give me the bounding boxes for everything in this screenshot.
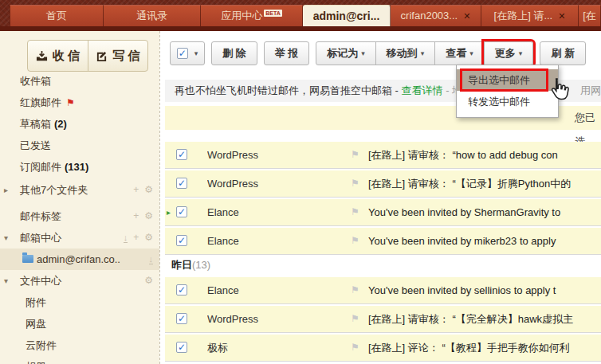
download-icon[interactable]: ↓ — [149, 255, 154, 264]
chevron-down-icon[interactable]: ▾ — [4, 270, 8, 292]
chevron-right-icon[interactable]: ▸ — [4, 179, 8, 201]
mail-subject[interactable]: You've been invited by sellinios to appl… — [368, 277, 601, 303]
sidebar-item-mail-tags[interactable]: 邮件标签 +⚙ — [0, 205, 159, 227]
select-all-button[interactable]: ✓ ▾ — [170, 41, 205, 65]
chevron-down-icon[interactable]: ▾ — [4, 227, 8, 249]
mail-row[interactable]: ✓ WordPress ⚑ [在路上] 请审核： “【记录】折腾Python中的 — [165, 170, 601, 198]
sidebar-section-mail-center[interactable]: ▾ 邮箱中心 ↓+⚙ — [0, 227, 159, 249]
compose-icon — [96, 50, 108, 62]
beta-badge: BETA — [264, 10, 282, 17]
export-selected-mail-item[interactable]: 导出选中邮件 — [457, 69, 558, 91]
move-to-button[interactable]: 移动到▾ — [375, 41, 436, 65]
report-button[interactable]: 举 报 — [264, 41, 310, 65]
row-checkbox[interactable]: ✓ — [176, 342, 187, 353]
add-account-icon[interactable]: + — [133, 227, 139, 249]
refresh-button[interactable]: 刷 新 — [540, 41, 586, 65]
mail-subject[interactable]: [在路上] 请审核： “how to add debug con — [368, 142, 601, 168]
more-button[interactable]: 更多▾ — [484, 41, 534, 65]
sidebar-item-attachments[interactable]: 附件 — [0, 292, 159, 313]
download-icon[interactable]: ↓ — [124, 233, 128, 243]
mail-row[interactable]: ✓ WordPress ⚑ [在路上] 请审核： “how to add deb… — [165, 142, 601, 169]
gear-icon[interactable]: ⚙ — [144, 205, 153, 227]
row-checkbox[interactable]: ✓ — [176, 149, 187, 160]
move-to-label: 移动到 — [387, 46, 418, 61]
mail-subject[interactable]: [在路上] 评论： “【教程】手把手教你如何利 — [368, 335, 601, 361]
view-details-link[interactable]: 查看详情 — [402, 84, 443, 96]
tab-mail-zailushang[interactable]: [在路上] 请...✕ — [481, 5, 579, 26]
sidebar-item-flagged[interactable]: 红旗邮件⚑ — [0, 92, 159, 113]
tab-admin-mailbox[interactable]: admin@cri... — [303, 5, 391, 26]
tab-home[interactable]: 首页 — [10, 5, 104, 26]
mark-as-button[interactable]: 标记为▾ — [316, 41, 376, 65]
view-button[interactable]: 查看▾ — [434, 41, 485, 65]
sidebar-item-album[interactable]: 相册 — [0, 356, 159, 364]
check-icon: ✓ — [178, 285, 186, 295]
mail-list-pane: ✓ ▾ 删 除 举 报 标记为▾ 移动到▾ 查看▾ 更多▾ 刷 新 再也不怕坐飞… — [160, 31, 601, 364]
sidebar-item-inbox[interactable]: 收件箱 — [0, 70, 159, 92]
flag-icon[interactable]: ⚑ — [351, 228, 359, 254]
mail-subject[interactable]: [在路上] 请审核： “【完全解决】hawk虚拟主 — [368, 306, 601, 332]
sidebar-item-sent[interactable]: 已发送 — [0, 135, 159, 156]
mail-row[interactable]: ▸ ✓ Elance ⚑ You've been invited by Sher… — [165, 199, 601, 226]
flag-icon[interactable]: ⚑ — [351, 170, 359, 197]
tab-crifan2003-label: crifan2003... — [401, 10, 458, 22]
close-icon[interactable]: ✕ — [558, 11, 565, 21]
mail-subject[interactable]: You've been invited by mikerb23 to apply — [368, 228, 601, 254]
mail-toolbar: ✓ ▾ 删 除 举 报 标记为▾ 移动到▾ 查看▾ 更多▾ 刷 新 — [170, 41, 586, 65]
sidebar-item-cloud-attachments[interactable]: 云附件 — [0, 335, 159, 356]
tab-contacts[interactable]: 通讯录 — [104, 5, 201, 26]
tab-contacts-label: 通讯录 — [136, 10, 167, 22]
add-folder-icon[interactable]: + — [133, 179, 139, 201]
row-checkbox[interactable]: ✓ — [176, 178, 187, 189]
mail-row[interactable]: ✓ Elance ⚑ You've been invited by sellin… — [165, 277, 601, 304]
receive-mail-button[interactable]: 收 信 — [28, 41, 88, 71]
sidebar-item-subscriptions[interactable]: 订阅邮件(131) — [0, 156, 159, 178]
folder-label: 其他7个文件夹 — [20, 184, 88, 196]
mail-row[interactable]: ✓ 极标 ⚑ [在路上] 评论： “【教程】手把手教你如何利 — [165, 335, 601, 362]
receive-mail-label: 收 信 — [53, 49, 80, 64]
tab-partial[interactable]: [在 — [579, 5, 601, 26]
folder-label: 已发送 — [20, 139, 51, 151]
tab-app-center[interactable]: 应用中心BETA — [201, 5, 303, 26]
mail-row[interactable]: ✓ WordPress ⚑ [在路上] 请审核： “【完全解决】hawk虚拟主 — [165, 306, 601, 333]
flag-icon[interactable]: ⚑ — [351, 335, 359, 361]
row-checkbox[interactable]: ✓ — [176, 235, 187, 246]
flag-icon[interactable]: ⚑ — [351, 199, 359, 225]
add-tag-icon[interactable]: + — [133, 205, 139, 227]
mail-sender: Elance — [207, 228, 344, 254]
check-icon: ✓ — [178, 236, 186, 245]
view-label: 查看 — [446, 46, 466, 61]
sidebar-item-netdisk[interactable]: 网盘 — [0, 313, 159, 335]
gear-icon[interactable]: ⚙ — [144, 227, 153, 249]
flag-icon[interactable]: ⚑ — [351, 306, 359, 332]
section-label: 文件中心 — [20, 275, 61, 287]
flag-icon[interactable]: ⚑ — [351, 142, 359, 168]
sidebar-item-drafts[interactable]: 草稿箱(2) — [0, 113, 159, 135]
gear-icon[interactable]: ⚙ — [144, 270, 153, 292]
export-selected-mail-label: 导出选中邮件 — [468, 74, 530, 86]
close-icon[interactable]: ✕ — [463, 11, 470, 21]
delete-button[interactable]: 删 除 — [211, 41, 257, 65]
row-checkbox[interactable]: ✓ — [176, 313, 187, 324]
tab-partial-label: [在 — [583, 10, 596, 22]
compose-mail-button[interactable]: 写 信 — [88, 41, 148, 71]
gear-icon[interactable]: ⚙ — [144, 179, 153, 201]
sidebar-section-file-center[interactable]: ▾ 文件中心 ⚙ — [0, 270, 159, 292]
check-icon: ✓ — [178, 342, 186, 352]
select-all-checkbox[interactable]: ✓ — [177, 48, 188, 59]
tab-crifan2003[interactable]: crifan2003...✕ — [391, 5, 481, 26]
mail-row[interactable]: ✓ Elance ⚑ You've been invited by mikerb… — [165, 228, 601, 255]
row-checkbox[interactable]: ✓ — [176, 206, 187, 217]
folder-label: 草稿箱 — [20, 118, 51, 130]
row-checkbox[interactable]: ✓ — [176, 284, 187, 296]
mail-subject[interactable]: [在路上] 请审核： “【记录】折腾Python中的 — [368, 170, 601, 197]
group-header-count: (13) — [192, 259, 210, 271]
flag-icon[interactable]: ⚑ — [351, 277, 359, 303]
mail-subject[interactable]: You've been invited by ShermanGravity to — [368, 199, 601, 225]
sidebar-item-other-folders[interactable]: ▸ 其他7个文件夹 +⚙ — [0, 179, 159, 201]
forward-selected-mail-item[interactable]: 转发选中邮件 — [457, 91, 558, 112]
sidebar-item-admin-account[interactable]: admin@crifan.co.. ↓ — [0, 249, 159, 270]
more-label: 更多 — [495, 46, 516, 61]
check-icon: ✓ — [179, 49, 187, 58]
more-dropdown-menu: 导出选中邮件 转发选中邮件 — [456, 65, 559, 118]
